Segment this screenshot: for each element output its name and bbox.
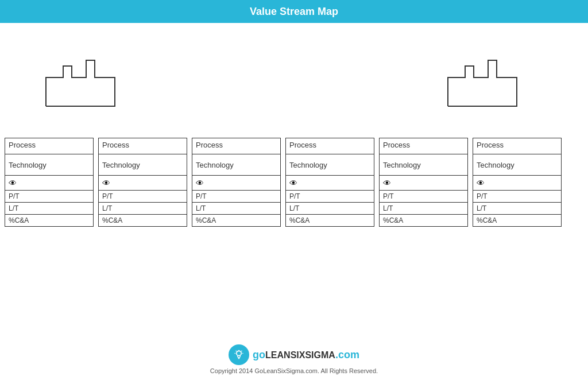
process-block-3: Process Technology 👁 P/T L/T %C&A [192, 138, 281, 227]
lt-row-5: L/T [380, 203, 467, 215]
ca-row-3: %C&A [192, 215, 280, 226]
bulb-icon [229, 344, 249, 365]
process-block-6: Process Technology 👁 P/T L/T %C&A [473, 138, 562, 227]
pt-row-2: P/T [99, 191, 187, 203]
copyright-text: Copyright 2014 GoLeanSixSigma.com. All R… [0, 367, 588, 374]
ca-row-1: %C&A [5, 215, 93, 226]
process-box-1: Process Technology [5, 138, 94, 176]
eye-row-3: 👁 [192, 176, 280, 191]
lt-row-2: L/T [99, 203, 187, 215]
process-box-6: Process Technology [473, 138, 562, 176]
process-block-1: Process Technology 👁 P/T L/T %C&A [5, 138, 94, 227]
process-box-4: Process Technology [285, 138, 374, 176]
factory-right-icon [442, 55, 525, 114]
technology-label-5: Technology [380, 154, 467, 175]
technology-label-2: Technology [99, 154, 187, 175]
technology-label-1: Technology [5, 154, 93, 175]
data-box-3: 👁 P/T L/T %C&A [192, 176, 281, 227]
technology-label-6: Technology [473, 154, 561, 175]
process-label-3: Process [192, 138, 280, 154]
data-box-1: 👁 P/T L/T %C&A [5, 176, 94, 227]
eye-row-4: 👁 [286, 176, 374, 191]
data-box-2: 👁 P/T L/T %C&A [98, 176, 187, 227]
eye-icon-6: 👁 [477, 179, 485, 188]
lt-row-4: L/T [286, 203, 374, 215]
eye-row-2: 👁 [99, 176, 187, 191]
processes-container: Process Technology 👁 P/T L/T %C&A Proces… [5, 138, 562, 227]
process-box-3: Process Technology [192, 138, 281, 176]
lt-row-3: L/T [192, 203, 280, 215]
brand-text: goLEANSIXSIGMA.com [253, 349, 359, 361]
svg-point-0 [237, 351, 241, 355]
process-label-6: Process [473, 138, 561, 154]
process-box-5: Process Technology [379, 138, 468, 176]
factory-left-icon [40, 55, 123, 114]
eye-icon-1: 👁 [9, 179, 17, 188]
footer-logo: goLEANSIXSIGMA.com [0, 344, 588, 365]
ca-row-4: %C&A [286, 215, 374, 226]
data-box-5: 👁 P/T L/T %C&A [379, 176, 468, 227]
process-block-4: Process Technology 👁 P/T L/T %C&A [285, 138, 374, 227]
lt-row-1: L/T [5, 203, 93, 215]
brand-go: go [253, 349, 265, 360]
eye-icon-2: 👁 [102, 179, 110, 188]
ca-row-5: %C&A [380, 215, 467, 226]
pt-row-1: P/T [5, 191, 93, 203]
pt-row-6: P/T [473, 191, 561, 203]
main-content: Process Technology 👁 P/T L/T %C&A Proces… [0, 23, 588, 380]
ca-row-2: %C&A [99, 215, 187, 226]
pt-row-5: P/T [380, 191, 467, 203]
process-box-2: Process Technology [98, 138, 187, 176]
brand-domain: .com [335, 349, 359, 360]
pt-row-3: P/T [192, 191, 280, 203]
ca-row-6: %C&A [473, 215, 561, 226]
process-label-1: Process [5, 138, 93, 154]
eye-row-5: 👁 [380, 176, 467, 191]
eye-icon-4: 👁 [289, 179, 297, 188]
process-label-4: Process [286, 138, 374, 154]
page-title: Value Stream Map [250, 6, 338, 18]
data-box-6: 👁 P/T L/T %C&A [473, 176, 562, 227]
eye-row-1: 👁 [5, 176, 93, 191]
eye-icon-3: 👁 [196, 179, 204, 188]
svg-line-4 [236, 351, 237, 351]
footer: goLEANSIXSIGMA.com Copyright 2014 GoLean… [0, 344, 588, 374]
process-block-2: Process Technology 👁 P/T L/T %C&A [98, 138, 187, 227]
technology-label-3: Technology [192, 154, 280, 175]
process-block-5: Process Technology 👁 P/T L/T %C&A [379, 138, 468, 227]
pt-row-4: P/T [286, 191, 374, 203]
process-label-2: Process [99, 138, 187, 154]
technology-label-4: Technology [286, 154, 374, 175]
header: Value Stream Map [0, 0, 588, 23]
svg-line-5 [241, 351, 242, 351]
eye-row-6: 👁 [473, 176, 561, 191]
eye-icon-5: 👁 [383, 179, 391, 188]
data-box-4: 👁 P/T L/T %C&A [285, 176, 374, 227]
lt-row-6: L/T [473, 203, 561, 215]
brand-name: LEANSIXSIGMA [265, 350, 335, 360]
process-label-5: Process [380, 138, 467, 154]
